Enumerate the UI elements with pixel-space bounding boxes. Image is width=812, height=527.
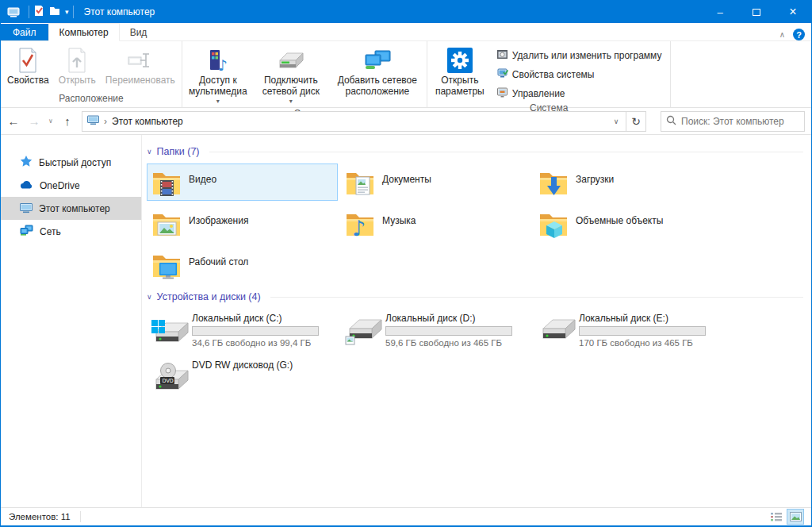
search-icon <box>666 115 676 128</box>
sidebar-item-onedrive[interactable]: OneDrive <box>1 174 141 197</box>
open-settings-button[interactable]: Открыть параметры <box>430 44 490 99</box>
breadcrumb[interactable]: Этот компьютер <box>112 116 183 127</box>
address-this-pc-icon <box>87 114 99 128</box>
titlebar: ▾ Этот компьютер – × <box>1 1 811 23</box>
ribbon: Свойства Открыть Переименовать Расположе… <box>1 41 811 108</box>
folders-grid: Видео Документы Загрузки <box>147 163 806 283</box>
folder-label: Видео <box>189 174 216 185</box>
search-box[interactable] <box>661 111 805 132</box>
media-server-icon: ♪ <box>205 47 232 74</box>
refresh-button[interactable]: ↻ <box>626 111 646 132</box>
map-network-drive-button[interactable]: Подключить сетевой диск ▾ <box>253 44 329 106</box>
uninstall-program-icon <box>496 49 508 62</box>
window-controls: – × <box>702 1 811 23</box>
dropdown-arrow-icon: ▾ <box>216 98 220 105</box>
drive-free-space: 170 ГБ свободно из 465 ГБ <box>579 338 706 348</box>
tabrow-right: ∧ ? <box>779 29 811 40</box>
drive-tile-e[interactable]: Локальный диск (E:) 170 ГБ свободно из 4… <box>534 309 725 352</box>
network-icon <box>20 225 33 238</box>
manage-button[interactable]: Управление <box>494 87 665 101</box>
tab-computer[interactable]: Компьютер <box>48 23 120 41</box>
qat-customize-dropdown-icon[interactable]: ▾ <box>65 8 69 16</box>
collapse-ribbon-icon[interactable]: ∧ <box>779 30 785 39</box>
folder-tile-video[interactable]: Видео <box>147 163 338 201</box>
drive-name: Локальный диск (D:) <box>385 313 512 324</box>
folder-label: Изображения <box>189 215 248 226</box>
system-drive-icon <box>151 315 189 347</box>
back-icon[interactable]: ← <box>4 114 23 128</box>
capacity-bar <box>385 326 512 336</box>
sidebar-item-quick-access[interactable]: Быстрый доступ <box>1 151 141 174</box>
system-properties-button[interactable]: Свойства системы <box>494 67 665 82</box>
collapse-group-icon[interactable]: ∨ <box>147 293 152 301</box>
folder-tile-3d-objects[interactable]: Объемные объекты <box>534 205 725 242</box>
ribbon-tab-strip: Файл Компьютер Вид ∧ ? <box>1 23 811 41</box>
recent-locations-icon[interactable]: ∨ <box>45 117 56 125</box>
network-drive-icon <box>277 47 305 74</box>
music-folder-icon: ♪ <box>344 208 376 240</box>
properties-button[interactable]: Свойства <box>3 44 53 88</box>
up-icon[interactable]: ↑ <box>58 114 77 128</box>
details-view-button[interactable] <box>768 510 784 524</box>
qat-properties-icon[interactable] <box>33 5 44 19</box>
navigation-pane: Быстрый доступ OneDrive Этот компьютер С… <box>1 135 142 507</box>
tab-file[interactable]: Файл <box>1 24 48 40</box>
window-title: Этот компьютер <box>84 6 155 17</box>
open-button[interactable]: Открыть <box>55 44 100 88</box>
quick-access-star-icon <box>20 155 33 170</box>
tab-view[interactable]: Вид <box>120 24 158 40</box>
3d-objects-folder-icon <box>538 208 569 240</box>
data-drive-icon <box>538 315 576 347</box>
sidebar-item-network[interactable]: Сеть <box>1 220 141 243</box>
downloads-folder-icon <box>538 167 569 198</box>
dvd-drive-icon: DVD <box>151 362 189 394</box>
drive-tile-dvd[interactable]: DVD DVD RW дисковод (G:) <box>147 356 338 398</box>
settings-gear-icon <box>447 47 473 74</box>
svg-text:♪: ♪ <box>218 56 228 73</box>
documents-folder-icon <box>344 167 376 198</box>
address-dropdown-icon[interactable]: ∨ <box>607 112 626 131</box>
folder-tile-music[interactable]: ♪ Музыка <box>340 205 531 242</box>
breadcrumb-separator: › <box>104 116 107 127</box>
rename-button[interactable]: Переименовать <box>102 44 179 88</box>
navigation-bar: ← → ∨ ↑ › Этот компьютер ∨ ↻ <box>1 108 811 135</box>
folder-tile-documents[interactable]: Документы <box>340 163 531 201</box>
drive-tile-c[interactable]: Локальный диск (C:) 34,6 ГБ свободно из … <box>147 309 338 352</box>
folders-section-title: Папки (7) <box>157 146 200 157</box>
ribbon-group-location: Свойства Открыть Переименовать Расположе… <box>1 41 182 107</box>
folder-tile-pictures[interactable]: Изображения <box>147 205 338 242</box>
close-icon: × <box>789 5 796 19</box>
quick-access-toolbar: ▾ <box>33 5 69 19</box>
add-network-location-button[interactable]: Добавить сетевое расположение <box>331 44 424 99</box>
sidebar-item-this-pc[interactable]: Этот компьютер <box>1 197 141 220</box>
folder-tile-desktop[interactable]: Рабочий стол <box>147 246 338 283</box>
folders-section-header[interactable]: ∨ Папки (7) <box>147 146 803 157</box>
qat-new-folder-icon[interactable] <box>49 6 60 19</box>
search-input[interactable] <box>681 116 799 127</box>
forward-icon[interactable]: → <box>25 114 44 128</box>
folder-tile-downloads[interactable]: Загрузки <box>534 163 725 201</box>
this-pc-icon <box>20 202 33 216</box>
folder-label: Загрузки <box>576 174 614 185</box>
thumbnails-view-button[interactable] <box>787 510 803 524</box>
section-rule <box>209 152 804 152</box>
video-folder-icon <box>151 167 182 198</box>
help-icon[interactable]: ? <box>793 29 805 40</box>
close-button[interactable]: × <box>775 1 811 23</box>
uninstall-program-button[interactable]: Удалить или изменить программу <box>494 48 665 63</box>
collapse-group-icon[interactable]: ∨ <box>147 148 152 156</box>
ribbon-group-system: Открыть параметры Удалить или изменить п… <box>427 41 672 107</box>
group-label-location: Расположение <box>2 91 180 107</box>
drives-grid: Локальный диск (C:) 34,6 ГБ свободно из … <box>147 309 806 398</box>
minimize-button[interactable]: – <box>702 1 738 23</box>
maximize-button[interactable] <box>738 1 775 23</box>
media-access-button[interactable]: ♪ Доступ к мультимедиа ▾ <box>185 44 251 106</box>
folder-label: Объемные объекты <box>576 215 663 226</box>
titlebar-separator2 <box>73 6 74 18</box>
system-properties-icon <box>496 68 508 81</box>
drive-tile-d[interactable]: Локальный диск (D:) 59,6 ГБ свободно из … <box>340 309 531 352</box>
explorer-window: ▾ Этот компьютер – × Файл Компьютер Вид … <box>0 0 812 527</box>
drives-section-header[interactable]: ∨ Устройства и диски (4) <box>147 291 803 302</box>
address-bar[interactable]: › Этот компьютер ∨ <box>82 111 626 132</box>
drive-free-space: 59,6 ГБ свободно из 465 ГБ <box>385 338 512 348</box>
